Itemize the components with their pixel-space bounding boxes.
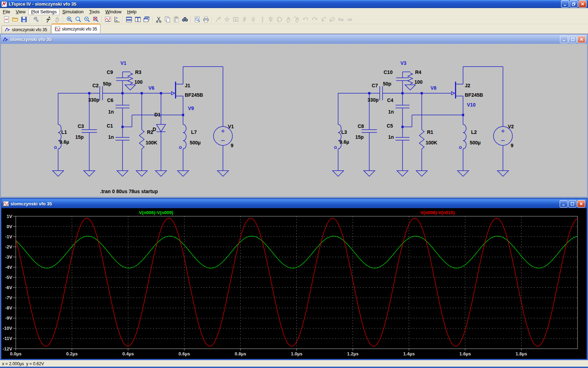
component-label[interactable]: 9.6µ bbox=[340, 139, 349, 145]
net-label[interactable]: V6 bbox=[148, 85, 154, 91]
component-label[interactable]: J2 bbox=[465, 83, 470, 88]
tab-waveform[interactable]: slomczynski vfo 35 bbox=[51, 23, 101, 33]
component-label[interactable]: BF245B bbox=[185, 92, 203, 98]
toolbar-zoom-area-button[interactable] bbox=[74, 15, 83, 23]
component-label[interactable]: V1 bbox=[228, 124, 234, 129]
component-label[interactable]: 1n bbox=[388, 109, 394, 115]
component-label[interactable]: 100K bbox=[426, 140, 437, 145]
component-label[interactable]: R1 bbox=[427, 129, 433, 135]
component-label[interactable]: 1n bbox=[108, 109, 114, 115]
waveform-title-bar[interactable]: slomczynski vfo 35 bbox=[1, 199, 587, 208]
component-label[interactable]: 100 bbox=[414, 79, 423, 85]
waveform-plot[interactable]: 1V0V-1V-2V-3V-4V-5V-6V-7V-8V-9V-10V-11V-… bbox=[1, 208, 587, 359]
component-label[interactable]: C2 bbox=[92, 83, 99, 88]
trace-v-n006-v-n009-[interactable] bbox=[16, 236, 578, 268]
maximize-button[interactable] bbox=[569, 36, 577, 43]
component-label[interactable]: C9 bbox=[107, 69, 113, 75]
toolbar-autorange-button[interactable] bbox=[104, 15, 112, 23]
component-label[interactable]: 1n bbox=[388, 134, 394, 140]
menu-tools[interactable]: Tools bbox=[86, 8, 103, 15]
component-label[interactable]: 330p bbox=[368, 97, 379, 103]
toolbar-find-button[interactable] bbox=[181, 15, 189, 23]
toolbar-tile-horizontal-button[interactable] bbox=[125, 15, 133, 23]
trace-v-n008-v-n010-[interactable] bbox=[16, 218, 578, 346]
toolbar-copy-button[interactable] bbox=[163, 15, 172, 23]
component-label[interactable]: L7 bbox=[191, 129, 197, 135]
component-label[interactable]: 500µ bbox=[190, 140, 201, 145]
component-label[interactable]: C7 bbox=[372, 83, 378, 88]
toolbar-print-preview-button[interactable] bbox=[193, 15, 202, 23]
toolbar-new-schematic-button[interactable] bbox=[2, 15, 11, 23]
toolbar-save-button[interactable] bbox=[20, 15, 28, 23]
component-label[interactable]: 9 bbox=[511, 143, 513, 148]
trace-label[interactable]: V(n008)-V(n010) bbox=[420, 210, 455, 215]
component-label[interactable]: 100K bbox=[146, 140, 157, 145]
menu-plot-settings[interactable]: Plot Settings bbox=[28, 8, 59, 15]
tab-schematic[interactable]: slomczynski vfo 35 bbox=[1, 26, 51, 33]
component-label[interactable]: BF245B bbox=[465, 92, 483, 98]
component-label[interactable]: C3 bbox=[78, 123, 84, 129]
toolbar-open-button[interactable] bbox=[11, 15, 20, 23]
component-label[interactable]: 330p bbox=[88, 97, 99, 103]
component-label[interactable]: V2 bbox=[508, 124, 514, 129]
net-label[interactable]: V10 bbox=[467, 102, 476, 108]
component-label[interactable]: 1n bbox=[108, 134, 114, 140]
component-label[interactable]: C8 bbox=[358, 123, 364, 129]
component-label[interactable]: D bbox=[153, 127, 156, 132]
trace-label[interactable]: V(n006)-V(n009) bbox=[139, 210, 173, 215]
menu-view[interactable]: View bbox=[13, 8, 28, 15]
toolbar-cut-button[interactable] bbox=[154, 15, 163, 23]
component-label[interactable]: C6 bbox=[107, 97, 113, 103]
component-label[interactable]: 15p bbox=[75, 134, 84, 140]
waveform-window-title: slomczynski vfo 35 bbox=[10, 201, 52, 206]
close-button[interactable] bbox=[579, 0, 587, 8]
net-label[interactable]: V3 bbox=[400, 60, 406, 66]
toolbar-control-panel-button[interactable] bbox=[32, 15, 41, 23]
component-label[interactable]: C10 bbox=[384, 69, 393, 75]
minimize-button[interactable] bbox=[560, 200, 568, 207]
menu-simulation[interactable]: Simulation bbox=[59, 8, 86, 15]
menu-file[interactable]: File bbox=[0, 8, 13, 15]
component-label[interactable]: 9 bbox=[231, 143, 233, 148]
net-label[interactable]: V1 bbox=[120, 60, 126, 66]
minimize-button[interactable] bbox=[560, 36, 568, 43]
minimize-button[interactable] bbox=[561, 0, 569, 8]
toolbar-zoom-full-button[interactable] bbox=[91, 15, 100, 23]
toolbar-zoom-extents-button[interactable] bbox=[112, 15, 121, 23]
net-label[interactable]: V8 bbox=[430, 85, 436, 91]
y-tick-label: 1V bbox=[7, 214, 12, 219]
component-label[interactable]: C4 bbox=[387, 97, 393, 103]
net-label[interactable]: V9 bbox=[188, 105, 194, 111]
component-label[interactable]: C1 bbox=[107, 123, 113, 129]
component-label[interactable]: L2 bbox=[471, 129, 477, 135]
component-label[interactable]: 50p bbox=[383, 81, 391, 87]
close-icon[interactable] bbox=[578, 36, 586, 43]
component-label[interactable]: R4 bbox=[415, 69, 421, 75]
toolbar-zoom-in-button[interactable] bbox=[65, 15, 74, 23]
component-label[interactable]: 100 bbox=[134, 79, 143, 85]
toolbar-print-button[interactable] bbox=[202, 15, 210, 23]
component-label[interactable]: 500µ bbox=[470, 140, 481, 145]
x-tick-label: 1.4µs bbox=[403, 351, 415, 356]
component-label[interactable]: J1 bbox=[185, 83, 190, 88]
component-label[interactable]: C5 bbox=[387, 123, 393, 129]
component-label[interactable]: 9.6µ bbox=[59, 139, 69, 145]
schematic-title-bar[interactable]: slomczynski vfo 35 bbox=[1, 35, 587, 44]
component-label[interactable]: 50p bbox=[103, 81, 111, 87]
maximize-button[interactable] bbox=[568, 200, 576, 207]
component-label[interactable]: R3 bbox=[135, 69, 141, 75]
close-icon[interactable] bbox=[577, 200, 585, 207]
component-label[interactable]: D1 bbox=[154, 112, 161, 117]
toolbar-zoom-out-button[interactable] bbox=[83, 15, 91, 23]
component-label[interactable]: L1 bbox=[61, 129, 67, 135]
toolbar-cascade-button[interactable] bbox=[142, 15, 151, 23]
menu-help[interactable]: Help bbox=[124, 8, 139, 15]
component-label[interactable]: L3 bbox=[341, 129, 347, 135]
schematic-canvas[interactable]: V1C950pR3100C2330pC61nC11nC315pL19.6µR21… bbox=[1, 44, 587, 197]
restore-button[interactable] bbox=[570, 0, 578, 8]
spice-directive-text[interactable]: .tran 0 80us 78us startup bbox=[100, 189, 158, 194]
component-label[interactable]: 15p bbox=[355, 134, 364, 140]
toolbar-tile-vertical-button[interactable] bbox=[133, 15, 142, 23]
menu-window[interactable]: Window bbox=[103, 8, 124, 15]
toolbar-run-button[interactable] bbox=[44, 15, 53, 23]
